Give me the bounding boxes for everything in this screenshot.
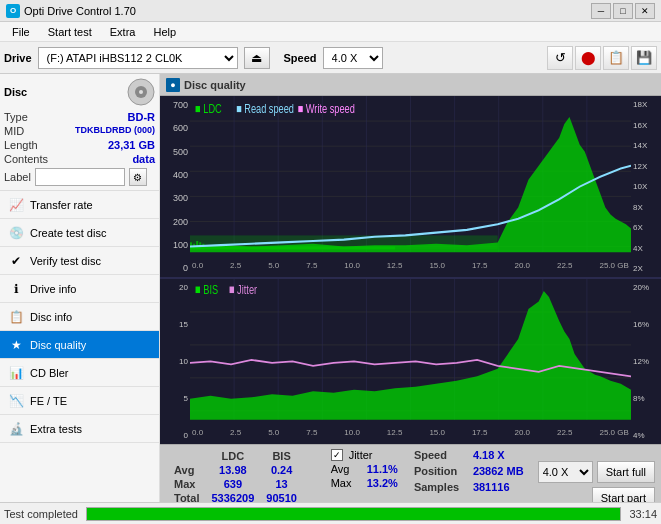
drivebar: Drive (F:) ATAPI iHBS112 2 CL0K ⏏ Speed … [0,42,661,74]
stats-data-table: LDC BIS Avg 13.98 0.24 Max 639 13 [168,449,303,505]
stats-row-avg: Avg 13.98 0.24 [168,463,303,477]
minimize-button[interactable]: ─ [591,3,611,19]
fe-te-icon: 📉 [8,393,24,409]
avg-bis: 0.24 [260,463,303,477]
jitter-max-label: Max [331,477,361,489]
copy-button[interactable]: 📋 [603,46,629,70]
position-val: 23862 MB [473,465,524,477]
sidebar-item-label: Verify test disc [30,255,101,267]
create-test-disc-icon: 💿 [8,225,24,241]
close-button[interactable]: ✕ [635,3,655,19]
menu-help[interactable]: Help [145,24,184,40]
chart2-y-right: 20%16%12%8%4% [631,279,661,444]
disc-quality-header: ● Disc quality [160,74,661,96]
chart2-wrapper: 20151050 [160,279,661,444]
disc-label-row: Label ⚙ [4,168,155,186]
record-button[interactable]: ⬤ [575,46,601,70]
svg-text:■ LDC: ■ LDC [195,101,222,115]
drive-info-icon: ℹ [8,281,24,297]
sidebar-item-disc-quality[interactable]: ★ Disc quality [0,331,159,359]
jitter-avg-label: Avg [331,463,361,475]
sidebar-item-create-test-disc[interactable]: 💿 Create test disc [0,219,159,247]
start-full-button[interactable]: Start full [597,461,655,483]
sidebar-item-disc-info[interactable]: 📋 Disc info [0,303,159,331]
dq-icon: ● [166,78,180,92]
progress-bar-outer [86,507,621,521]
status-text: Test completed [4,508,78,520]
disc-length-row: Length 23,31 GB [4,138,155,152]
chart2-y-left: 20151050 [160,279,190,444]
drive-label: Drive [4,52,32,64]
eject-button[interactable]: ⏏ [244,47,270,69]
disc-info-icon: 📋 [8,309,24,325]
disc-contents-val: data [132,153,155,165]
menu-extra[interactable]: Extra [102,24,144,40]
start-full-row: 4.0 X Start full [538,461,655,483]
maximize-button[interactable]: □ [613,3,633,19]
speed-val: 4.18 X [473,449,505,461]
sidebar-item-transfer-rate[interactable]: 📈 Transfer rate [0,191,159,219]
sidebar-item-label: Disc quality [30,339,86,351]
col-bis: BIS [260,449,303,463]
speed-select[interactable]: 4.0 X [323,47,383,69]
svg-text:■ Write speed: ■ Write speed [298,101,355,115]
disc-label-save-button[interactable]: ⚙ [129,168,147,186]
drive-select[interactable]: (F:) ATAPI iHBS112 2 CL0K [38,47,238,69]
jitter-max-row: Max 13.2% [331,477,398,489]
toolbar-icons: ↺ ⬤ 📋 💾 [547,46,657,70]
sidebar-item-label: CD Bler [30,367,69,379]
svg-text:■ Read speed: ■ Read speed [236,101,294,115]
sidebar: Disc Type BD-R MID TDKBLDRBD (000) Lengt… [0,74,160,524]
disc-title: Disc [4,86,27,98]
menu-file[interactable]: File [4,24,38,40]
sidebar-item-extra-tests[interactable]: 🔬 Extra tests [0,415,159,443]
refresh-button[interactable]: ↺ [547,46,573,70]
position-row: Position 23862 MB [414,465,524,477]
chart2-x-axis: 0.0 2.5 5.0 7.5 10.0 12.5 15.0 17.5 20.0… [190,428,631,444]
dq-title: Disc quality [184,79,246,91]
chart1-main: ■ LDC ■ Read speed ■ Write speed 0.0 2.5… [190,96,631,277]
status-time: 33:14 [629,508,657,520]
chart1-x-axis: 0.0 2.5 5.0 7.5 10.0 12.5 15.0 17.5 20.0… [190,261,631,277]
titlebar-left: O Opti Drive Control 1.70 [6,4,136,18]
max-bis: 13 [260,477,303,491]
sidebar-item-label: FE / TE [30,395,67,407]
svg-text:■ Jitter: ■ Jitter [229,283,257,297]
chart2-main: ■ BIS ■ Jitter 0.0 2.5 5.0 7.5 10.0 12.5… [190,279,631,444]
disc-header: Disc [4,78,155,106]
chart1-svg: ■ LDC ■ Read speed ■ Write speed [190,96,631,277]
sidebar-item-verify-test-disc[interactable]: ✔ Verify test disc [0,247,159,275]
sidebar-item-label: Transfer rate [30,199,93,211]
svg-point-2 [139,90,143,94]
jitter-checkbox[interactable]: ✓ [331,449,343,461]
app-title: Opti Drive Control 1.70 [24,5,136,17]
disc-icon [127,78,155,106]
speed-dropdown[interactable]: 4.0 X [538,461,593,483]
extra-tests-icon: 🔬 [8,421,24,437]
disc-type-row: Type BD-R [4,110,155,124]
disc-label-input[interactable] [35,168,125,186]
jitter-header-row: ✓ Jitter [331,449,398,461]
titlebar-controls: ─ □ ✕ [591,3,655,19]
max-ldc: 639 [205,477,260,491]
save-button[interactable]: 💾 [631,46,657,70]
stats-row-max: Max 639 13 [168,477,303,491]
speed-label: Speed [284,52,317,64]
content-area: ● Disc quality 7006005004003002001000 [160,74,661,524]
charts-container: 7006005004003002001000 [160,96,661,524]
chart1-wrapper: 7006005004003002001000 [160,96,661,277]
main-layout: Disc Type BD-R MID TDKBLDRBD (000) Lengt… [0,74,661,524]
sidebar-item-cd-bler[interactable]: 📊 CD Bler [0,359,159,387]
disc-panel: Disc Type BD-R MID TDKBLDRBD (000) Lengt… [0,74,159,191]
transfer-rate-icon: 📈 [8,197,24,213]
sidebar-item-fe-te[interactable]: 📉 FE / TE [0,387,159,415]
jitter-avg-val: 11.1% [367,463,398,475]
disc-mid-row: MID TDKBLDRBD (000) [4,124,155,138]
chart1-y-left: 7006005004003002001000 [160,96,190,277]
samples-row: Samples 381116 [414,481,524,493]
samples-val: 381116 [473,481,510,493]
cd-bler-icon: 📊 [8,365,24,381]
sidebar-item-label: Drive info [30,283,76,295]
sidebar-item-drive-info[interactable]: ℹ Drive info [0,275,159,303]
menu-start-test[interactable]: Start test [40,24,100,40]
